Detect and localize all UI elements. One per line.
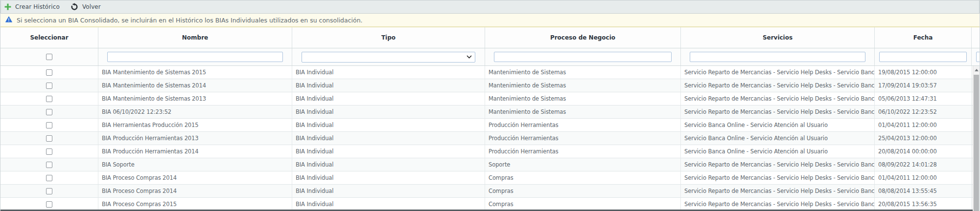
row-nombre-cell: BIA Proceso Compras 2014 bbox=[98, 185, 292, 197]
table-row[interactable]: BIA Proceso Compras 2014 BIA Individual … bbox=[0, 171, 980, 185]
row-fecha-cell: 17/09/2014 19:03:57 bbox=[875, 79, 972, 92]
row-nombre-cell: BIA Proceso Compras 2015 bbox=[98, 198, 292, 211]
row-fecha-cell: 05/06/2013 12:47:31 bbox=[875, 92, 972, 105]
servicios-filter-input[interactable] bbox=[690, 52, 865, 62]
row-checkbox[interactable] bbox=[46, 96, 52, 102]
row-fecha-cell: 01/04/2011 12:00:00 bbox=[875, 119, 972, 131]
row-servicios-cell: Servicio Banca Online - Servicio Atenció… bbox=[681, 119, 875, 131]
row-fecha-cell: 01/04/2011 12:00:00 bbox=[875, 171, 972, 184]
row-select-cell bbox=[0, 92, 98, 105]
table-row[interactable]: BIA Proceso Compras 2014 BIA Individual … bbox=[0, 185, 980, 198]
row-checkbox[interactable] bbox=[46, 135, 52, 142]
fecha-filter-input[interactable] bbox=[879, 52, 967, 62]
filter-cell-nombre bbox=[98, 48, 292, 65]
proceso-filter-input[interactable] bbox=[494, 52, 672, 62]
table-row[interactable]: BIA Mantenimiento de Sistemas 2015 BIA I… bbox=[0, 66, 980, 79]
table-row[interactable]: BIA 06/10/2022 12:23:52 BIA Individual M… bbox=[0, 106, 980, 119]
column-header-tipo[interactable]: Tipo bbox=[292, 27, 485, 48]
row-nombre-cell: BIA Herramientas Producción 2015 bbox=[98, 119, 292, 131]
row-select-cell bbox=[0, 119, 98, 131]
row-tipo-cell: BIA Individual bbox=[292, 79, 485, 92]
scroll-up-arrow-icon bbox=[975, 69, 979, 71]
row-checkbox[interactable] bbox=[46, 109, 52, 115]
row-nombre-cell: BIA Producción Herramientas 2014 bbox=[98, 145, 292, 158]
row-proceso-cell: Compras bbox=[485, 198, 681, 211]
table-row[interactable]: BIA Producción Herramientas 2014 BIA Ind… bbox=[0, 145, 980, 158]
tipo-filter-select[interactable] bbox=[302, 52, 475, 63]
row-servicios-cell: Servicio Reparto de Mercancias - Servici… bbox=[681, 185, 875, 197]
table-filter-row bbox=[0, 48, 980, 66]
row-checkbox[interactable] bbox=[46, 122, 52, 128]
row-tipo-cell: BIA Individual bbox=[292, 92, 485, 105]
table-row[interactable]: BIA Soporte BIA Individual Soporte Servi… bbox=[0, 158, 980, 171]
row-servicios-cell: Servicio Reparto de Mercancias - Servici… bbox=[681, 198, 875, 211]
row-checkbox[interactable] bbox=[46, 148, 52, 155]
row-servicios-cell: Servicio Reparto de Mercancias - Servici… bbox=[681, 79, 875, 92]
row-servicios-cell: Servicio Reparto de Mercancias - Servici… bbox=[681, 106, 875, 118]
table-row[interactable]: BIA Mantenimiento de Sistemas 2013 BIA I… bbox=[0, 92, 980, 106]
row-checkbox[interactable] bbox=[46, 69, 52, 76]
row-tipo-cell: BIA Individual bbox=[292, 171, 485, 184]
column-header-seleccionar[interactable]: Seleccionar bbox=[0, 27, 98, 48]
column-header-nombre[interactable]: Nombre bbox=[98, 27, 292, 48]
row-fecha-cell: 20/08/2014 00:00:00 bbox=[875, 145, 972, 158]
table-header-row: Seleccionar Nombre Tipo Proceso de Negoc… bbox=[0, 27, 980, 48]
row-proceso-cell: Mantenimiento de Sistemas bbox=[485, 79, 681, 92]
row-tipo-cell: BIA Individual bbox=[292, 198, 485, 211]
warning-icon bbox=[5, 16, 12, 24]
row-proceso-cell: Producción Herramientas bbox=[485, 132, 681, 145]
filter-cell-proceso bbox=[485, 48, 681, 65]
filter-cell-tipo bbox=[292, 48, 485, 65]
bia-historico-screen: Crear Histórico Volver Si selecciona un … bbox=[0, 0, 980, 211]
row-checkbox[interactable] bbox=[46, 175, 52, 181]
info-message: Si selecciona un BIA Consolidado, se inc… bbox=[17, 17, 363, 24]
scrollbar-up-button[interactable] bbox=[973, 66, 980, 74]
row-select-cell bbox=[0, 106, 98, 118]
row-proceso-cell: Mantenimiento de Sistemas bbox=[485, 92, 681, 105]
vertical-scrollbar[interactable] bbox=[973, 66, 980, 211]
row-checkbox[interactable] bbox=[46, 188, 52, 194]
row-proceso-cell: Soporte bbox=[485, 158, 681, 171]
header-filler-cell bbox=[972, 27, 980, 48]
row-select-cell bbox=[0, 198, 98, 211]
nombre-filter-input[interactable] bbox=[107, 52, 283, 62]
row-proceso-cell: Compras bbox=[485, 171, 681, 184]
row-proceso-cell: Mantenimiento de Sistemas bbox=[485, 106, 681, 118]
row-servicios-cell: Servicio Reparto de Mercancias - Servici… bbox=[681, 66, 875, 79]
row-nombre-cell: BIA Mantenimiento de Sistemas 2015 bbox=[98, 66, 292, 79]
clipped-filter-input[interactable] bbox=[976, 52, 980, 62]
row-tipo-cell: BIA Individual bbox=[292, 145, 485, 158]
table-row[interactable]: BIA Mantenimiento de Sistemas 2014 BIA I… bbox=[0, 79, 980, 92]
row-proceso-cell: Compras bbox=[485, 185, 681, 197]
row-fecha-cell: 08/08/2014 13:55:45 bbox=[875, 185, 972, 197]
row-checkbox[interactable] bbox=[46, 162, 52, 168]
row-fecha-cell: 06/10/2022 12:23:52 bbox=[875, 106, 972, 118]
chevron-down-icon bbox=[467, 55, 472, 59]
table-body: BIA Mantenimiento de Sistemas 2015 BIA I… bbox=[0, 66, 980, 211]
row-fecha-cell: 08/09/2022 14:01:28 bbox=[875, 158, 972, 171]
row-proceso-cell: Mantenimiento de Sistemas bbox=[485, 66, 681, 79]
volver-button[interactable]: Volver bbox=[70, 3, 101, 11]
row-nombre-cell: BIA 06/10/2022 12:23:52 bbox=[98, 106, 292, 118]
table-row[interactable]: BIA Producción Herramientas 2013 BIA Ind… bbox=[0, 132, 980, 145]
crear-historico-button[interactable]: Crear Histórico bbox=[4, 3, 60, 10]
column-header-proceso[interactable]: Proceso de Negocio bbox=[485, 27, 681, 48]
undo-icon bbox=[70, 3, 78, 11]
plus-icon bbox=[4, 3, 11, 10]
column-header-servicios[interactable]: Servicios bbox=[681, 27, 875, 48]
scrollbar-thumb[interactable] bbox=[974, 75, 979, 211]
table-row[interactable]: BIA Proceso Compras 2015 BIA Individual … bbox=[0, 198, 980, 211]
row-servicios-cell: Servicio Reparto de Mercancias - Servici… bbox=[681, 158, 875, 171]
filter-cell-seleccionar bbox=[0, 48, 98, 65]
row-select-cell bbox=[0, 185, 98, 197]
crear-historico-label: Crear Histórico bbox=[15, 3, 60, 10]
row-checkbox[interactable] bbox=[46, 201, 52, 208]
row-nombre-cell: BIA Mantenimiento de Sistemas 2013 bbox=[98, 92, 292, 105]
column-header-fecha[interactable]: Fecha bbox=[875, 27, 972, 48]
filter-cell-fecha bbox=[875, 48, 972, 65]
table-row[interactable]: BIA Herramientas Producción 2015 BIA Ind… bbox=[0, 119, 980, 132]
select-all-checkbox[interactable] bbox=[46, 54, 52, 60]
row-checkbox[interactable] bbox=[46, 83, 52, 89]
row-tipo-cell: BIA Individual bbox=[292, 66, 485, 79]
row-servicios-cell: Servicio Banca Online - Servicio Atenció… bbox=[681, 145, 875, 158]
